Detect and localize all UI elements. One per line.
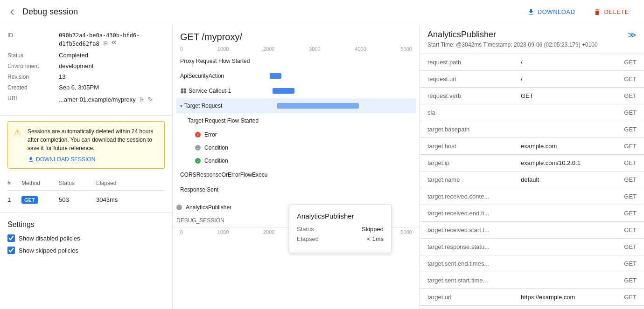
- prop-val-target-received-end: [513, 205, 616, 221]
- tl-bar-cors: [270, 167, 416, 182]
- method-badge: GET: [21, 196, 38, 204]
- condition-green-icon: ✓: [195, 158, 201, 164]
- id-value: 090b72a4-be0a-430b-bfd6-d1fb5ed62fa8 ⎘: [59, 32, 165, 48]
- url-row: URL ...amer-01.example/myproxy ⎘ ✎: [7, 95, 165, 104]
- prop-val-target-received-start: [513, 222, 616, 238]
- tl-label-proxy-start: Proxy Request Flow Started: [176, 58, 270, 64]
- condition-grey-icon: –: [195, 145, 201, 151]
- prop-val-target-response-status: [513, 239, 616, 255]
- prop-key-target-host: target.host: [420, 138, 513, 154]
- id-actions: ⎘: [103, 39, 118, 48]
- table-row[interactable]: 1 GET 503 3043ms: [7, 192, 165, 207]
- status-value: Completed: [59, 52, 165, 59]
- prop-row-target-name[interactable]: target.name default GET: [420, 172, 644, 188]
- header-right: DOWNLOAD DELETE: [520, 5, 637, 20]
- prop-row-target-host[interactable]: target.host example.com GET: [420, 138, 644, 155]
- th-elapsed: Elapsed: [96, 180, 165, 186]
- url-value: ...amer-01.example/myproxy ⎘ ✎: [59, 95, 165, 104]
- collapse-icon: [110, 39, 118, 46]
- tl-label-service-callout: Service Callout-1: [176, 88, 270, 94]
- prop-key-target-ip: target.ip: [420, 155, 513, 171]
- error-label: Error: [204, 131, 217, 138]
- right-subtitle: Start Time: @3042ms Timestamp: 2023-09-0…: [427, 41, 598, 48]
- prop-verb-target-basepath: GET: [616, 121, 644, 137]
- prop-key-target-received-start: target.received.start.t...: [420, 222, 513, 238]
- prop-val-target-host: example.com: [513, 138, 616, 154]
- tl-row-response-sent[interactable]: Response Sent: [176, 182, 416, 197]
- prop-row-target-received-start[interactable]: target.received.start.t... GET: [420, 222, 644, 239]
- svg-rect-0: [181, 89, 183, 91]
- tl-row-condition-grey[interactable]: – Condition: [176, 141, 416, 154]
- row-elapsed: 3043ms: [96, 196, 165, 203]
- tl-row-cors[interactable]: CORSResponseOrErrorFlowExecu: [176, 167, 416, 182]
- tl-bar-proxy-start: [270, 54, 416, 69]
- prop-key-target-received-end: target.received.end.ti...: [420, 205, 513, 221]
- environment-value: development: [59, 62, 165, 69]
- tl-row-service-callout[interactable]: Service Callout-1: [176, 83, 416, 98]
- right-header: AnalyticsPublisher Start Time: @3042ms T…: [420, 24, 644, 54]
- alert-content: Sessions are automatically deleted withi…: [28, 127, 159, 163]
- tl-bar-service-callout: [270, 83, 416, 98]
- tl-label-response-sent: Response Sent: [176, 186, 270, 193]
- th-method: Method: [21, 180, 59, 186]
- tl-row-proxy-start[interactable]: Proxy Request Flow Started: [176, 54, 416, 69]
- download-session-button[interactable]: DOWNLOAD SESSION: [28, 156, 95, 163]
- show-skipped-label[interactable]: Show skipped policies: [19, 247, 78, 254]
- status-label: Status: [7, 52, 59, 59]
- prop-row-target-basepath[interactable]: target.basepath GET: [420, 121, 644, 138]
- environment-row: Environment development: [7, 62, 165, 69]
- prop-key-target-received-conte: target.received.conte...: [420, 188, 513, 205]
- settings-title: Settings: [7, 220, 165, 229]
- bar-api-security: [270, 73, 281, 79]
- tl-row-condition-green[interactable]: ✓ Condition: [176, 154, 416, 167]
- prop-val-sla: [513, 104, 616, 121]
- prop-row-target-received-conte[interactable]: target.received.conte... GET: [420, 188, 644, 205]
- prop-row-request-uri[interactable]: request.uri / GET: [420, 71, 644, 88]
- prop-row-sla[interactable]: sla GET: [420, 104, 644, 121]
- tl-row-api-security[interactable]: ApiSecurityAction: [176, 69, 416, 83]
- prop-key-sla: sla: [420, 104, 513, 121]
- show-disabled-checkbox[interactable]: [7, 234, 15, 242]
- prop-row-target-response-status[interactable]: target.response.statu... GET: [420, 239, 644, 255]
- row-status: 503: [59, 196, 96, 203]
- prop-verb-target-host: GET: [616, 138, 644, 154]
- tl-row-target-flow-start[interactable]: Target Request Flow Started: [176, 113, 416, 128]
- prop-val-target-sent-start: [513, 272, 616, 288]
- tl-row-target-request[interactable]: ▾ Target Request: [176, 98, 416, 113]
- chevron-down-icon: ▾: [180, 103, 182, 109]
- analytics-dot-label: AnalyticsPublisher: [186, 204, 231, 211]
- delete-button[interactable]: DELETE: [586, 5, 637, 20]
- prop-key-target-sent-end: target.sent.end.times...: [420, 255, 513, 272]
- th-num: #: [7, 180, 21, 186]
- center-scroll[interactable]: 0 1000 2000 3000 4000 5000 Proxy Request…: [173, 46, 420, 309]
- th-status: Status: [59, 180, 96, 186]
- tl-row-error[interactable]: ! Error: [176, 128, 416, 141]
- properties-section-header[interactable]: Properties (3): [420, 305, 644, 309]
- edit-url-button[interactable]: ✎: [147, 95, 154, 104]
- popup-status-row: Status Skipped: [297, 226, 384, 233]
- prop-key-target-response-status: target.response.statu...: [420, 239, 513, 255]
- download-button[interactable]: DOWNLOAD: [520, 5, 583, 20]
- show-skipped-checkbox[interactable]: [7, 247, 15, 254]
- row-num: 1: [7, 196, 21, 203]
- prop-verb-request-verb: GET: [616, 88, 644, 104]
- created-value: Sep 6, 3:05PM: [59, 84, 165, 91]
- prop-row-target-sent-start[interactable]: target.sent.start.time... GET: [420, 272, 644, 289]
- copy-id-button[interactable]: ⎘: [103, 39, 108, 48]
- prop-row-request-path[interactable]: request.path / GET: [420, 54, 644, 71]
- prop-verb-target-sent-start: GET: [616, 272, 644, 288]
- id-row: ID 090b72a4-be0a-430b-bfd6-d1fb5ed62fa8 …: [7, 32, 165, 48]
- popup-status-label: Status: [297, 226, 314, 233]
- error-icon: !: [195, 132, 201, 137]
- prop-row-request-verb[interactable]: request.verb GET GET: [420, 88, 644, 104]
- expand-button[interactable]: ≫: [628, 30, 637, 40]
- prop-row-target-sent-end[interactable]: target.sent.end.times... GET: [420, 255, 644, 272]
- show-disabled-label[interactable]: Show disabled policies: [19, 235, 80, 242]
- alert-box: ⚠ Sessions are automatically deleted wit…: [7, 121, 165, 169]
- prop-row-target-ip[interactable]: target.ip example.com/10.2.0.1 GET: [420, 155, 644, 172]
- copy-url-button[interactable]: ⎘: [139, 95, 145, 104]
- prop-row-target-received-end[interactable]: target.received.end.ti... GET: [420, 205, 644, 222]
- table-header: # Method Status Elapsed: [7, 180, 165, 191]
- prop-row-target-url[interactable]: target.url https://example.com GET: [420, 289, 644, 305]
- back-button[interactable]: [7, 7, 17, 17]
